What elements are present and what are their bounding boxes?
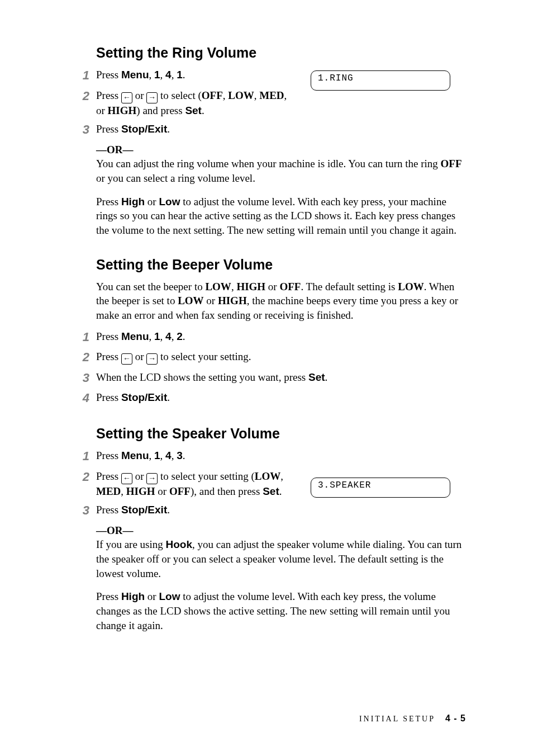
key-1: 1 bbox=[154, 330, 160, 342]
step-number: 1 bbox=[73, 68, 96, 84]
step-text: Press ← or → to select your setting (LOW… bbox=[96, 469, 292, 499]
text: Press bbox=[96, 590, 121, 602]
step-text: Press Menu, 1, 4, 1. bbox=[96, 68, 292, 82]
text: , bbox=[172, 450, 177, 461]
text: or bbox=[265, 281, 279, 292]
text: You can set the beeper to bbox=[96, 281, 205, 292]
text: . bbox=[167, 123, 170, 135]
option-off: OFF bbox=[279, 281, 301, 292]
step-text: Press Stop/Exit. bbox=[96, 503, 466, 517]
option-med: MED bbox=[259, 89, 284, 101]
key-2: 2 bbox=[177, 330, 183, 342]
lcd-speaker: 3.SPEAKER bbox=[311, 478, 450, 498]
text: , bbox=[160, 450, 166, 461]
text: , bbox=[172, 330, 177, 342]
step-text: Press Menu, 1, 4, 3. bbox=[96, 448, 292, 463]
text: If you are using bbox=[96, 538, 166, 550]
text: When the LCD shows the setting you want,… bbox=[96, 371, 308, 383]
text: or bbox=[132, 351, 146, 362]
text: , bbox=[149, 69, 154, 81]
text: , bbox=[172, 69, 177, 81]
step-number: 3 bbox=[73, 122, 96, 138]
text: to select ( bbox=[158, 89, 202, 101]
low-key: Low bbox=[159, 590, 180, 602]
text: to select your setting ( bbox=[158, 470, 255, 482]
text: . bbox=[202, 105, 204, 116]
low-key: Low bbox=[159, 196, 180, 207]
stop-exit-key: Stop/Exit bbox=[121, 504, 167, 516]
option-low: LOW bbox=[228, 89, 254, 101]
text: . The default setting is bbox=[301, 281, 398, 292]
right-arrow-icon: → bbox=[146, 92, 158, 103]
text: to select your setting. bbox=[158, 351, 251, 362]
menu-key: Menu bbox=[121, 69, 149, 81]
text: , bbox=[149, 330, 154, 342]
option-off: OFF bbox=[202, 89, 223, 101]
text: or bbox=[145, 196, 159, 207]
lcd-ring: 1.RING bbox=[311, 70, 450, 91]
text: Press bbox=[96, 351, 121, 362]
text: or bbox=[132, 470, 146, 482]
text: or bbox=[204, 295, 218, 306]
key-1: 1 bbox=[154, 450, 160, 461]
text: . bbox=[167, 391, 170, 403]
text: , bbox=[254, 89, 260, 101]
text: , bbox=[149, 450, 154, 461]
key-4: 4 bbox=[165, 450, 172, 461]
option-off: OFF bbox=[441, 158, 462, 169]
beeper-intro: You can set the beeper to LOW, HIGH or O… bbox=[96, 280, 466, 323]
ring-or-block: —OR— You can adjust the ring volume when… bbox=[96, 143, 466, 186]
footer-section: INITIAL SETUP bbox=[359, 715, 435, 723]
menu-key: Menu bbox=[121, 450, 149, 461]
text: Press bbox=[96, 391, 121, 403]
stop-exit-key: Stop/Exit bbox=[121, 123, 167, 135]
text: . bbox=[183, 330, 185, 342]
text: , bbox=[121, 485, 126, 497]
left-arrow-icon: ← bbox=[121, 92, 132, 103]
text: or bbox=[155, 485, 169, 497]
speaker-paragraph: Press High or Low to adjust the volume l… bbox=[96, 589, 466, 632]
option-off: OFF bbox=[169, 485, 191, 497]
beeper-step-2: 2 Press ← or → to select your setting. bbox=[73, 349, 466, 366]
option-low: LOW bbox=[178, 295, 203, 306]
step-text: Press Stop/Exit. bbox=[96, 390, 466, 405]
option-high: HIGH bbox=[126, 485, 155, 497]
set-key: Set bbox=[308, 371, 325, 383]
text: Press bbox=[96, 330, 121, 342]
step-number: 2 bbox=[73, 469, 96, 485]
step-text: Press Menu, 1, 4, 2. bbox=[96, 329, 466, 344]
hook-key: Hook bbox=[166, 538, 193, 550]
key-4: 4 bbox=[165, 69, 172, 81]
text: Press bbox=[96, 69, 121, 81]
text: or you can select a ring volume level. bbox=[96, 172, 255, 184]
footer-page-number: 4 - 5 bbox=[445, 714, 466, 723]
step-number: 1 bbox=[73, 448, 96, 465]
text: , bbox=[280, 470, 283, 482]
ring-paragraph: Press High or Low to adjust the volume l… bbox=[96, 195, 466, 238]
option-med: MED bbox=[96, 485, 121, 497]
set-key: Set bbox=[263, 485, 279, 497]
text: Press bbox=[96, 123, 121, 135]
high-key: High bbox=[121, 196, 145, 207]
right-arrow-icon: → bbox=[146, 353, 158, 365]
text: , bbox=[223, 89, 229, 101]
text: Press bbox=[96, 89, 121, 101]
or-label: —OR— bbox=[96, 525, 134, 536]
text: . bbox=[183, 450, 185, 461]
heading-speaker-volume: Setting the Speaker Volume bbox=[96, 426, 466, 442]
speaker-step-1: 1 Press Menu, 1, 4, 3. bbox=[73, 448, 466, 465]
menu-key: Menu bbox=[121, 330, 149, 342]
text: ) and press bbox=[136, 105, 185, 116]
or-label: —OR— bbox=[96, 144, 134, 155]
text: . bbox=[167, 504, 170, 516]
text: . bbox=[183, 69, 185, 81]
left-arrow-icon: ← bbox=[121, 353, 132, 365]
heading-ring-volume: Setting the Ring Volume bbox=[96, 45, 466, 61]
ring-step-2: 2 Press ← or → to select (OFF, LOW, MED,… bbox=[73, 88, 466, 118]
right-arrow-icon: → bbox=[146, 473, 158, 484]
step-number: 2 bbox=[73, 349, 96, 366]
ring-step-3: 3 Press Stop/Exit. bbox=[73, 122, 466, 138]
text: or bbox=[145, 590, 159, 602]
option-high: HIGH bbox=[108, 105, 137, 116]
step-text: When the LCD shows the setting you want,… bbox=[96, 370, 466, 385]
